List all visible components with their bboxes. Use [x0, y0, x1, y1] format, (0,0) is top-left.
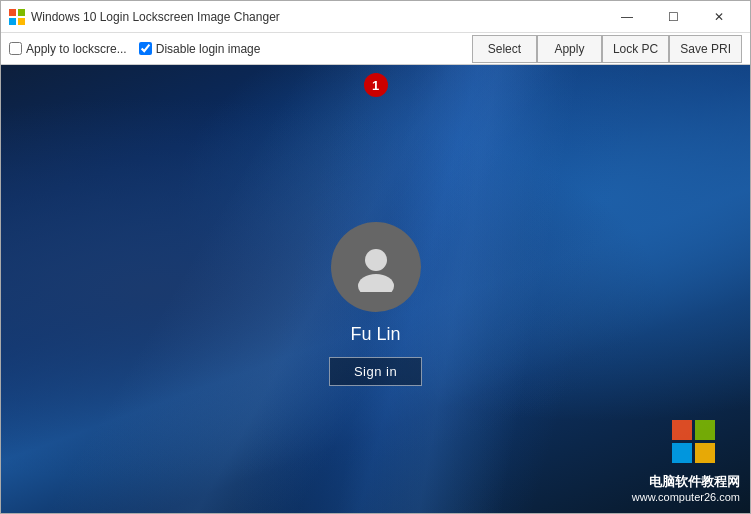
svg-point-4: [365, 249, 387, 271]
apply-lockscreen-group: Apply to lockscre...: [9, 42, 127, 56]
username: Fu Lin: [350, 324, 400, 345]
maximize-button[interactable]: ☐: [650, 1, 696, 33]
window-title: Windows 10 Login Lockscreen Image Change…: [31, 10, 604, 24]
svg-point-5: [358, 274, 394, 292]
select-button[interactable]: Select: [472, 35, 537, 63]
login-preview: 电脑软件教程网 www.computer26.com 1 Fu Lin Sign…: [1, 65, 750, 513]
app-window: Windows 10 Login Lockscreen Image Change…: [0, 0, 751, 514]
disable-login-checkbox[interactable]: [139, 42, 152, 55]
app-icon: [9, 9, 25, 25]
svg-rect-0: [9, 9, 16, 16]
user-avatar: [331, 222, 421, 312]
login-ui: 1 Fu Lin Sign in: [1, 65, 750, 513]
window-controls: — ☐ ✕: [604, 1, 742, 33]
title-bar: Windows 10 Login Lockscreen Image Change…: [1, 1, 750, 33]
apply-button[interactable]: Apply: [537, 35, 602, 63]
disable-login-group: Disable login image: [139, 42, 261, 56]
minimize-button[interactable]: —: [604, 1, 650, 33]
save-pri-button[interactable]: Save PRI: [669, 35, 742, 63]
sign-in-button[interactable]: Sign in: [329, 357, 422, 386]
notification-badge: 1: [364, 73, 388, 97]
toolbar: Apply to lockscre... Disable login image…: [1, 33, 750, 65]
svg-rect-1: [18, 9, 25, 16]
svg-rect-3: [18, 18, 25, 25]
toolbar-action-buttons: Select Apply Lock PC Save PRI: [472, 35, 742, 63]
disable-login-label: Disable login image: [156, 42, 261, 56]
apply-lockscreen-checkbox[interactable]: [9, 42, 22, 55]
apply-lockscreen-label: Apply to lockscre...: [26, 42, 127, 56]
close-button[interactable]: ✕: [696, 1, 742, 33]
lock-pc-button[interactable]: Lock PC: [602, 35, 669, 63]
svg-rect-2: [9, 18, 16, 25]
